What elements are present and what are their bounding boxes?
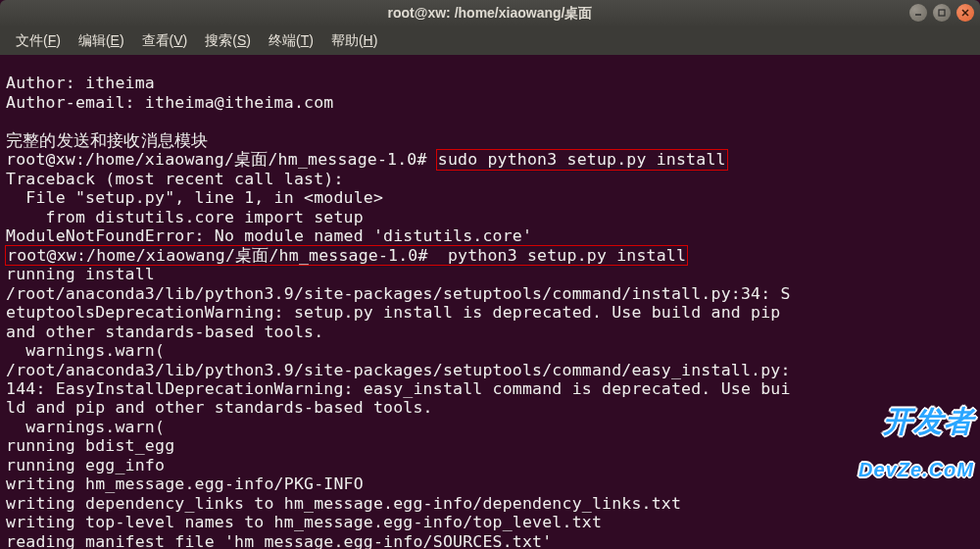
maximize-button[interactable] [933,4,951,22]
menu-help[interactable]: 帮助(H) [323,30,385,52]
terminal-line: and other standards-based tools. [6,323,323,341]
terminal-line: File "setup.py", line 1, in <module> [6,188,383,207]
watermark: 开发者 DevZe.CoM [828,381,974,531]
terminal-line: Author: itheima [6,74,155,92]
terminal-line: running install [6,265,155,283]
terminal-line: 完整的发送和接收消息模块 [6,131,208,150]
terminal-line: Traceback (most recent call last): [6,170,344,188]
highlight-command-1: sudo python3 setup.py install [436,149,728,170]
terminal-line: writing dependency_links to hm_message.e… [6,494,681,513]
terminal-line: root@xw:/home/xiaowang/桌面/hm_message-1.0… [6,150,727,169]
terminal-line: running egg_info [6,456,165,474]
menu-search[interactable]: 搜索(S) [197,30,259,52]
terminal-line: warnings.warn( [6,418,165,436]
terminal-line: 144: EasyInstallDeprecationWarning: easy… [6,379,791,398]
menu-edit[interactable]: 编辑(E) [71,30,132,52]
minimize-button[interactable] [909,4,927,22]
menubar: 文件(F) 编辑(E) 查看(V) 搜索(S) 终端(T) 帮助(H) [0,27,980,55]
svg-rect-1 [939,10,945,16]
terminal-line: warnings.warn( [6,341,165,360]
window-title: root@xw: /home/xiaowang/桌面 [0,5,980,23]
terminal-output[interactable]: Author: itheima Author-email: itheima@it… [0,55,980,549]
terminal-line: writing top-level names to hm_message.eg… [6,513,602,531]
watermark-main: 开发者 [883,405,974,437]
terminal-line: running bdist_egg [6,436,174,455]
terminal-line: /root/anaconda3/lib/python3.9/site-packa… [6,284,791,303]
titlebar[interactable]: root@xw: /home/xiaowang/桌面 [0,0,980,27]
menu-file[interactable]: 文件(F) [8,30,69,52]
terminal-line: writing hm_message.egg-info/PKG-INFO [6,474,364,493]
terminal-line: root@xw:/home/xiaowang/桌面/hm_message-1.0… [6,246,687,265]
menu-view[interactable]: 查看(V) [134,30,196,52]
window-controls [909,4,974,22]
terminal-line: etuptoolsDeprecationWarning: setup.py in… [6,303,791,322]
watermark-sub: DevZe.CoM [828,461,974,478]
terminal-line: from distutils.core import setup [6,208,364,226]
terminal-window: root@xw: /home/xiaowang/桌面 文件(F) 编辑(E) 查… [0,0,980,549]
terminal-line: reading manifest file 'hm_message.egg-in… [6,532,552,549]
terminal-line: Author-email: itheima@itheima.com [6,93,333,112]
close-button[interactable] [956,4,974,22]
terminal-line: /root/anaconda3/lib/python3.9/site-packa… [6,361,791,379]
terminal-line: ModuleNotFoundError: No module named 'di… [6,226,532,245]
menu-terminal[interactable]: 终端(T) [261,30,321,52]
highlight-command-2: root@xw:/home/xiaowang/桌面/hm_message-1.0… [5,245,688,266]
terminal-line: ld and pip and other standards-based too… [6,398,433,417]
